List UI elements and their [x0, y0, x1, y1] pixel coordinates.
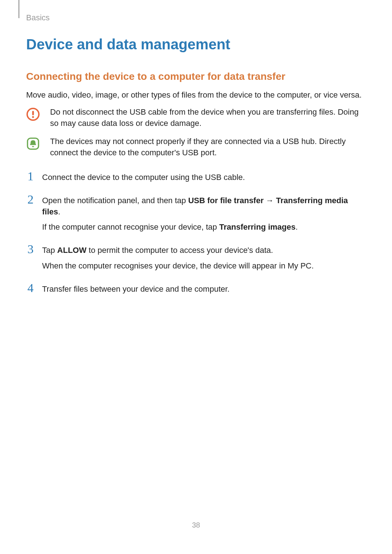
step-number: 2: [26, 193, 35, 206]
step-number: 1: [26, 170, 35, 182]
header-rule: [18, 0, 20, 18]
step-number: 4: [26, 282, 35, 294]
step-line: Connect the device to the computer using…: [42, 172, 366, 183]
page-number: 38: [0, 521, 392, 529]
step-number: 3: [26, 243, 35, 255]
step-body: Tap ALLOW to permit the computer to acce…: [42, 243, 366, 272]
callout: Do not disconnect the USB cable from the…: [26, 107, 366, 129]
text: Transfer files between your device and t…: [42, 284, 229, 294]
section-title: Connecting the device to a computer for …: [26, 71, 366, 82]
step-body: Open the notification panel, and then ta…: [42, 193, 366, 233]
callout-text: The devices may not connect properly if …: [50, 136, 366, 159]
svg-rect-1: [32, 111, 34, 115]
text: .: [58, 207, 60, 216]
step: 4Transfer files between your device and …: [26, 282, 366, 295]
step: 2Open the notification panel, and then t…: [26, 193, 366, 233]
bold-text: ALLOW: [57, 246, 87, 255]
step-body: Connect the device to the computer using…: [42, 170, 366, 183]
step-line: Transfer files between your device and t…: [42, 284, 366, 295]
text: .: [295, 222, 298, 231]
notice-icon: [26, 137, 40, 151]
callout-text: Do not disconnect the USB cable from the…: [50, 107, 366, 129]
step-line: If the computer cannot recognise your de…: [42, 222, 366, 233]
text: If the computer cannot recognise your de…: [42, 222, 219, 231]
text: Open the notification panel, and then ta…: [42, 196, 188, 205]
step-body: Transfer files between your device and t…: [42, 282, 366, 295]
text: →: [264, 196, 276, 205]
step: 3Tap ALLOW to permit the computer to acc…: [26, 243, 366, 272]
bold-text: Transferring images: [219, 222, 295, 231]
callouts-container: Do not disconnect the USB cable from the…: [26, 107, 366, 159]
step-line: When the computer recognises your device…: [42, 260, 366, 272]
text: When the computer recognises your device…: [42, 261, 314, 270]
steps-list: 1Connect the device to the computer usin…: [26, 170, 366, 295]
step-line: Open the notification panel, and then ta…: [42, 195, 366, 218]
text: Tap: [42, 246, 57, 255]
page-title: Device and data management: [26, 36, 366, 53]
intro-text: Move audio, video, image, or other types…: [26, 90, 366, 101]
text: Connect the device to the computer using…: [42, 173, 245, 182]
breadcrumb: Basics: [26, 13, 50, 22]
warning-icon: [26, 107, 40, 121]
svg-point-2: [32, 116, 34, 118]
step: 1Connect the device to the computer usin…: [26, 170, 366, 183]
step-line: Tap ALLOW to permit the computer to acce…: [42, 245, 366, 256]
callout: The devices may not connect properly if …: [26, 136, 366, 159]
bold-text: USB for file transfer: [188, 196, 264, 205]
text: to permit the computer to access your de…: [86, 246, 273, 255]
